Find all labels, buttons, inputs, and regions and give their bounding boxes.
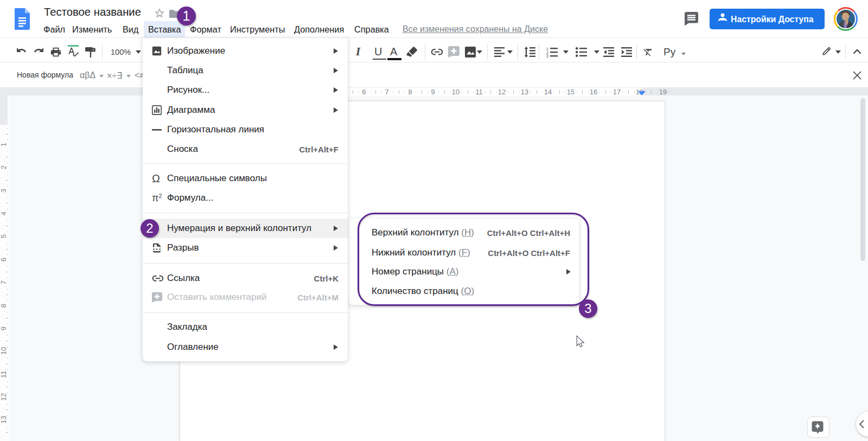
svg-text:3: 3 [546, 54, 548, 57]
svg-text:1: 1 [546, 47, 548, 51]
